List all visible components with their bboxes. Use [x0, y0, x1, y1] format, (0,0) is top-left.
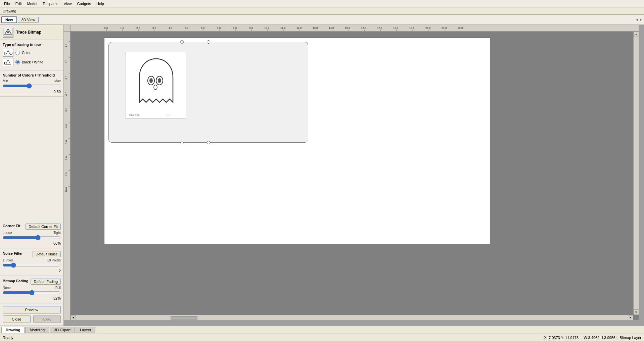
colors-threshold-section: Number of Colors / Threshold Min Max 0.5… [0, 70, 63, 97]
status-coords: X: 7.0373 Y: 11.9173 W:3.4962 H:3.9956 L… [544, 336, 641, 340]
spacer [0, 97, 63, 221]
tight-label: Tight [53, 231, 61, 235]
toolbar-expand[interactable]: ◄ ► [635, 18, 643, 21]
white-drawing-area: 91x1 Pixel -- -- [104, 38, 490, 244]
svg-text:14.0: 14.0 [329, 27, 334, 30]
scroll-right-arrow[interactable]: ► [628, 315, 633, 321]
scrollbar-vertical[interactable]: ▲ ▼ [633, 32, 639, 315]
close-apply-row: Close Apply [3, 315, 61, 323]
svg-text:20.0: 20.0 [425, 27, 431, 30]
tab-new[interactable]: New [1, 16, 17, 23]
coordinates: X: 7.0373 Y: 11.9173 [544, 336, 579, 340]
default-noise-button[interactable]: Default Noise [33, 251, 61, 257]
color-label: Color [22, 51, 31, 55]
svg-text:13.0: 13.0 [313, 27, 318, 30]
tab-3d-clipart[interactable]: 3D Clipart [50, 327, 75, 333]
bw-trace-icon [3, 58, 13, 66]
default-corner-fit-button[interactable]: Default Corner Fit [26, 224, 61, 230]
noise-min-label: 1 Pixel [3, 258, 13, 262]
svg-text:8.0: 8.0 [65, 156, 68, 160]
trace-bitmap-icon [3, 27, 13, 38]
svg-text:9.0: 9.0 [65, 172, 68, 176]
colors-threshold-label: Number of Colors / Threshold [3, 73, 61, 77]
svg-text:5.0: 5.0 [185, 27, 189, 30]
bitmap-fading-slider[interactable] [3, 290, 61, 295]
apply-button[interactable]: Apply [33, 315, 61, 323]
scroll-left-arrow[interactable]: ◄ [71, 315, 76, 321]
svg-text:15.0: 15.0 [345, 27, 350, 30]
vertical-ruler: 1.0 2.0 3.0 4.0 5.0 6.0 7.0 8.0 9.0 10.0 [64, 32, 71, 320]
toolbar: New 3D View ◄ ► [0, 15, 644, 25]
menu-edit[interactable]: Edit [13, 1, 25, 6]
svg-text:3.0: 3.0 [152, 27, 156, 30]
bitmap-fading-section: Bitmap Fading Default Fading None Full 5… [0, 276, 63, 303]
close-button[interactable]: Close [3, 315, 31, 323]
fading-value: 52% [3, 296, 61, 300]
svg-text:3.0: 3.0 [65, 76, 68, 80]
title-bar: Drawing [0, 7, 644, 15]
svg-text:17.0: 17.0 [377, 27, 382, 30]
color-radio[interactable] [15, 51, 20, 55]
handle-bottom-center[interactable] [207, 141, 210, 144]
canvas-area: 0.0 1.0 2.0 3.0 4.0 5.0 6.0 7.0 8.0 9.0 … [64, 25, 644, 326]
preview-button[interactable]: Preview [3, 306, 61, 313]
menu-gadgets[interactable]: Gadgets [74, 1, 94, 6]
menu-view[interactable]: View [61, 1, 75, 6]
tracing-type-label: Type of tracing to use [3, 43, 61, 47]
tab-layers[interactable]: Layers [76, 327, 95, 333]
handle-top-right[interactable] [180, 40, 184, 44]
svg-point-84 [158, 78, 161, 83]
trace-bw-option[interactable]: Black / White [3, 58, 61, 66]
menu-help[interactable]: Help [94, 1, 107, 6]
tab-modeling[interactable]: Modeling [25, 327, 49, 333]
bitmap-fading-label: Bitmap Fading [3, 279, 28, 283]
corner-fit-value: 86% [3, 241, 61, 245]
threshold-slider[interactable] [3, 84, 61, 88]
handle-top-center[interactable] [207, 40, 210, 44]
svg-text:-- --: -- -- [166, 114, 170, 116]
h-ruler-svg: 0.0 1.0 2.0 3.0 4.0 5.0 6.0 7.0 8.0 9.0 … [71, 25, 639, 31]
corner-fit-slider[interactable] [3, 235, 61, 240]
tab-drawing[interactable]: Drawing [1, 327, 25, 333]
svg-text:8.0: 8.0 [233, 27, 237, 30]
threshold-value: 0.50 [3, 90, 61, 94]
scroll-down-arrow[interactable]: ▼ [634, 309, 639, 315]
bw-radio[interactable] [15, 60, 20, 64]
svg-text:91x1 Pixel: 91x1 Pixel [129, 114, 140, 116]
object-frame[interactable]: 91x1 Pixel -- -- [108, 42, 308, 143]
svg-text:10.0: 10.0 [65, 187, 68, 192]
svg-text:12.0: 12.0 [296, 27, 302, 30]
svg-text:6.0: 6.0 [201, 27, 205, 30]
svg-text:11.0: 11.0 [280, 27, 286, 30]
svg-text:21.0: 21.0 [442, 27, 447, 30]
action-buttons: Preview Close Apply [0, 303, 63, 326]
svg-text:22.0: 22.0 [458, 27, 463, 30]
color-trace-icon [3, 49, 13, 57]
handle-bottom-right[interactable] [180, 141, 184, 144]
menu-model[interactable]: Model [25, 1, 40, 6]
menu-toolpaths[interactable]: Toolpaths [40, 1, 61, 6]
menu-file[interactable]: File [1, 1, 13, 6]
status-ready: Ready [3, 336, 13, 340]
svg-text:4.0: 4.0 [169, 27, 173, 30]
svg-text:9.0: 9.0 [249, 27, 253, 30]
default-fading-button[interactable]: Default Fading [31, 279, 61, 285]
corner-fit-label: Corner Fit [3, 224, 20, 228]
svg-rect-5 [4, 52, 5, 55]
bottom-tabs: Drawing Modeling 3D Clipart Layers [0, 326, 644, 334]
tab-3d-view[interactable]: 3D View [18, 17, 39, 23]
noise-filter-slider[interactable] [3, 263, 61, 267]
corner-fit-labels: Loose Tight [3, 231, 61, 235]
scroll-up-arrow[interactable]: ▲ [634, 32, 639, 37]
svg-text:10.0: 10.0 [264, 27, 270, 30]
trace-color-option[interactable]: Color [3, 49, 61, 57]
threshold-slider-section: Min Max 0.50 [3, 79, 61, 94]
scrollbar-thumb-h[interactable] [171, 316, 197, 320]
svg-text:19.0: 19.0 [409, 27, 415, 30]
app-title: Drawing [1, 9, 16, 13]
svg-text:18.0: 18.0 [393, 27, 399, 30]
svg-point-82 [149, 78, 153, 83]
noise-filter-section: Noise Filter Default Noise 1 Pixel 10 Pi… [0, 248, 63, 276]
noise-filter-labels: 1 Pixel 10 Pixels [3, 258, 61, 262]
scrollbar-horizontal[interactable]: ◄ ► [71, 315, 633, 320]
